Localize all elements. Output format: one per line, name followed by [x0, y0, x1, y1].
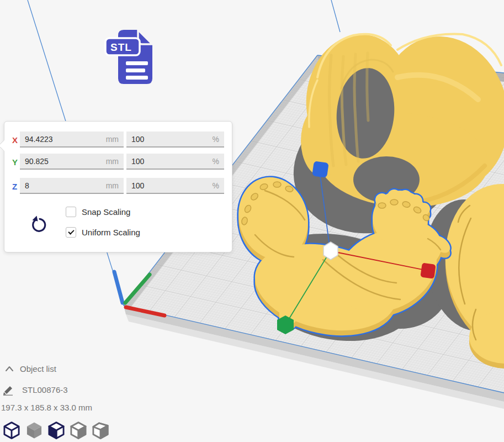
outline-cube-icon[interactable] — [69, 421, 88, 440]
uniform-scaling-label: Uniform Scaling — [82, 228, 140, 237]
scale-z-mm-input[interactable] — [25, 181, 103, 190]
outline-cube-alt-icon[interactable] — [91, 421, 110, 440]
scale-y-percent-field: % — [126, 154, 224, 170]
scale-z-mm-field: mm — [20, 178, 124, 194]
scale-x-mm-input[interactable] — [25, 135, 103, 144]
snap-scaling-row: Snap Scaling — [66, 207, 130, 217]
scale-x-mm-field: mm — [20, 131, 124, 148]
percent-unit-label: % — [213, 135, 219, 144]
cura-style-slicer-window: { "scale_panel": { "rows": [ {"axis":"X"… — [0, 0, 504, 442]
filled-cube-icon[interactable] — [25, 421, 44, 440]
mm-unit-label: mm — [106, 157, 119, 166]
reset-scale-button[interactable] — [28, 214, 50, 236]
scale-y-percent-input[interactable] — [131, 157, 209, 166]
gizmo-handle-z[interactable] — [312, 161, 328, 177]
scale-row-z: Z mm % — [4, 178, 232, 195]
uniform-scaling-checkbox[interactable] — [66, 227, 76, 238]
scale-y-mm-input[interactable] — [25, 157, 103, 166]
object-dimensions: 197.3 x 185.8 x 33.0 mm — [1, 403, 92, 412]
mm-unit-label: mm — [106, 181, 119, 190]
scale-x-percent-field: % — [126, 131, 224, 148]
object-name[interactable]: STL00876-3 — [22, 385, 68, 394]
origin-z-axis — [114, 272, 123, 303]
scale-row-y: Y mm % — [4, 154, 232, 171]
percent-unit-label: % — [213, 157, 219, 166]
gizmo-handle-x[interactable] — [420, 262, 436, 278]
scale-row-x: X mm % — [4, 131, 232, 149]
scale-x-percent-input[interactable] — [131, 135, 209, 144]
half-filled-cube-icon[interactable] — [47, 421, 66, 440]
edit-pencil-icon[interactable] — [3, 385, 16, 396]
solid-view-cube-icon[interactable] — [2, 421, 21, 440]
stl-file-icon: STL — [104, 28, 155, 87]
chevron-up-icon[interactable] — [4, 365, 14, 372]
stl-badge-label: STL — [110, 41, 132, 53]
scale-z-percent-field: % — [126, 178, 224, 194]
uniform-scaling-row: Uniform Scaling — [66, 227, 140, 238]
reset-arrow-icon — [29, 215, 49, 235]
scale-tool-panel: X mm % Y mm % Z mm % — [4, 121, 232, 252]
object-list-title[interactable]: Object list — [20, 364, 56, 373]
snap-scaling-label: Snap Scaling — [82, 207, 130, 217]
mm-unit-label: mm — [106, 135, 119, 144]
scale-y-mm-field: mm — [20, 154, 124, 170]
scale-z-percent-input[interactable] — [131, 181, 209, 190]
gizmo-handle-center[interactable] — [323, 242, 338, 260]
snap-scaling-checkbox[interactable] — [66, 207, 76, 217]
percent-unit-label: % — [213, 181, 219, 190]
